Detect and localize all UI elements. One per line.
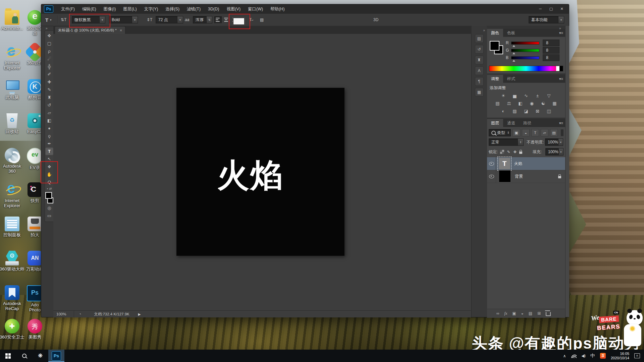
visibility-toggle[interactable]	[487, 170, 496, 183]
lock-paint-icon[interactable]: ✎	[506, 150, 511, 154]
lock-transparent-icon[interactable]	[500, 150, 504, 154]
tool-path-select[interactable]: ↖	[45, 155, 53, 163]
ime-indicator[interactable]: 中	[590, 353, 595, 359]
taskbar-360-browser-button[interactable]: ❋	[32, 350, 48, 362]
tool-lasso[interactable]: ρ	[45, 47, 53, 55]
brightness-contrast-icon[interactable]: ☀	[499, 93, 507, 99]
tab-layers[interactable]: 图层	[487, 119, 503, 127]
panels-collapse-icon[interactable]: »	[559, 26, 561, 30]
toolbar-collapse-icon[interactable]: »	[46, 26, 47, 30]
blue-value-field[interactable]: 8	[543, 54, 559, 61]
align-center-button[interactable]	[222, 16, 230, 23]
selective-color-icon[interactable]: ◫	[545, 108, 553, 114]
swatch-mini-controls[interactable]: ▪⇄	[47, 187, 52, 190]
color-lookup-icon[interactable]: ▦	[551, 101, 559, 107]
panel-button-clone-source[interactable]: ♜	[475, 56, 484, 64]
taskbar-photoshop-button[interactable]: Ps	[48, 350, 64, 362]
new-adjustment-icon[interactable]: ◒	[521, 311, 524, 316]
align-left-button[interactable]	[214, 16, 222, 23]
new-group-icon[interactable]: ▤	[529, 311, 532, 316]
text-orientation-button[interactable]: ⇅T	[61, 16, 66, 23]
blue-slider[interactable]	[511, 56, 539, 59]
tool-zoom[interactable]: Q	[45, 178, 53, 186]
start-button[interactable]	[0, 350, 16, 362]
panel-button-paragraph[interactable]: ¶	[475, 77, 484, 86]
menu-view[interactable]: 视图(V)	[223, 4, 244, 14]
menu-image[interactable]: 图像(I)	[100, 4, 120, 14]
tool-gradient[interactable]: ◧	[45, 117, 53, 124]
tab-channels[interactable]: 通道	[503, 119, 519, 127]
dock-collapse-icon[interactable]: »	[483, 28, 485, 32]
menu-3d[interactable]: 3D(D)	[204, 4, 223, 14]
menu-type[interactable]: 文字(Y)	[141, 4, 162, 14]
text-layer-thumbnail[interactable]: T	[499, 158, 510, 169]
curves-icon[interactable]: ∿	[522, 93, 530, 99]
warp-text-button[interactable]: T⌣	[249, 16, 253, 23]
foreground-color[interactable]	[45, 192, 52, 199]
type-tool-preset[interactable]: T▾	[45, 16, 51, 23]
panel-menu-icon[interactable]: ▾≡	[559, 31, 563, 35]
filter-type-layers-icon[interactable]: T	[531, 129, 539, 136]
menu-select[interactable]: 选择(S)	[162, 4, 183, 14]
menu-window[interactable]: 窗口(W)	[244, 4, 267, 14]
menu-layer[interactable]: 图层(L)	[119, 4, 140, 14]
tool-clone-stamp[interactable]: ♜	[45, 94, 53, 101]
foreground-background-swatches[interactable]	[45, 192, 53, 203]
exposure-icon[interactable]: ±	[534, 93, 542, 99]
foreground-swatch[interactable]	[490, 41, 499, 51]
sogou-icon[interactable]: S	[600, 353, 606, 359]
delete-layer-icon[interactable]	[546, 312, 551, 316]
red-value-field[interactable]: 8	[543, 40, 559, 46]
fill-field[interactable]: 100%▾	[545, 148, 564, 156]
panel-button-character[interactable]: A	[475, 66, 484, 75]
menu-filter[interactable]: 滤镜(T)	[183, 4, 204, 14]
screen-mode-button[interactable]: ▭	[45, 212, 53, 220]
red-slider[interactable]	[511, 42, 539, 45]
filter-shape-layers-icon[interactable]: ▱	[541, 129, 548, 136]
lock-position-icon[interactable]: ✥	[513, 150, 517, 154]
font-style-select[interactable]: Bold▾	[109, 16, 138, 23]
add-mask-icon[interactable]: ▣	[512, 311, 516, 316]
tool-hand[interactable]: ✋	[45, 171, 53, 178]
tool-eyedropper[interactable]: ✐	[45, 70, 53, 78]
tool-pen[interactable]: ✒	[45, 140, 53, 147]
font-size-select[interactable]: 72 点▾	[156, 16, 183, 23]
tab-swatches[interactable]: 色板	[503, 29, 519, 37]
tool-quick-select[interactable]: ☄	[45, 55, 53, 63]
quick-mask-button[interactable]: ◎	[45, 204, 53, 212]
speaker-icon[interactable]: ◀))	[582, 354, 585, 358]
posterize-icon[interactable]: ▨	[511, 108, 519, 114]
layer-style-fx-icon[interactable]: fx	[504, 311, 507, 316]
panel-button-3d[interactable]: ▦	[475, 88, 484, 97]
panel-menu-icon[interactable]: ▾≡	[559, 121, 563, 125]
photo-filter-icon[interactable]: ◉	[528, 101, 536, 107]
desktop-icon-meitu[interactable]: 美图秀	[19, 319, 50, 340]
green-slider[interactable]	[511, 49, 539, 52]
color-balance-icon[interactable]: ⚖	[505, 101, 513, 107]
toggle-panels-button[interactable]: ▤	[260, 16, 264, 23]
filter-image-layers-icon[interactable]: ▣	[513, 129, 520, 136]
gradient-map-icon[interactable]: ⊠	[534, 108, 542, 114]
zoom-level-field[interactable]: 100%	[53, 311, 74, 317]
panel-menu-icon[interactable]: ▾≡	[559, 77, 563, 81]
close-button[interactable]: ✕	[557, 6, 567, 12]
tool-brush[interactable]: ✎	[45, 86, 53, 94]
workspace-select[interactable]: 基本功能▾	[529, 16, 564, 23]
minimize-button[interactable]: ─	[535, 6, 545, 12]
link-layers-icon[interactable]: ∞	[496, 311, 499, 316]
opacity-field[interactable]: 100%▾	[545, 138, 563, 146]
panel-button-history[interactable]: ↺	[475, 45, 484, 54]
color-swatch-pair[interactable]	[490, 41, 504, 56]
notification-center-icon[interactable]: ≡	[634, 353, 640, 358]
tool-crop[interactable]: ╬	[45, 63, 53, 70]
layer-row-fire[interactable]: T 火焰	[487, 157, 565, 170]
tool-rect-marquee[interactable]: ▢	[45, 40, 53, 47]
text-color-swatch[interactable]	[233, 18, 245, 25]
tool-eraser[interactable]: ▱	[45, 109, 53, 117]
threshold-icon[interactable]: ◪	[522, 108, 530, 114]
wifi-icon[interactable]	[571, 354, 577, 358]
tab-close-icon[interactable]: ×	[120, 28, 122, 33]
green-value-field[interactable]: 8	[543, 47, 559, 54]
color-spectrum-bar[interactable]	[489, 66, 563, 71]
filter-toggle[interactable]	[561, 129, 564, 136]
